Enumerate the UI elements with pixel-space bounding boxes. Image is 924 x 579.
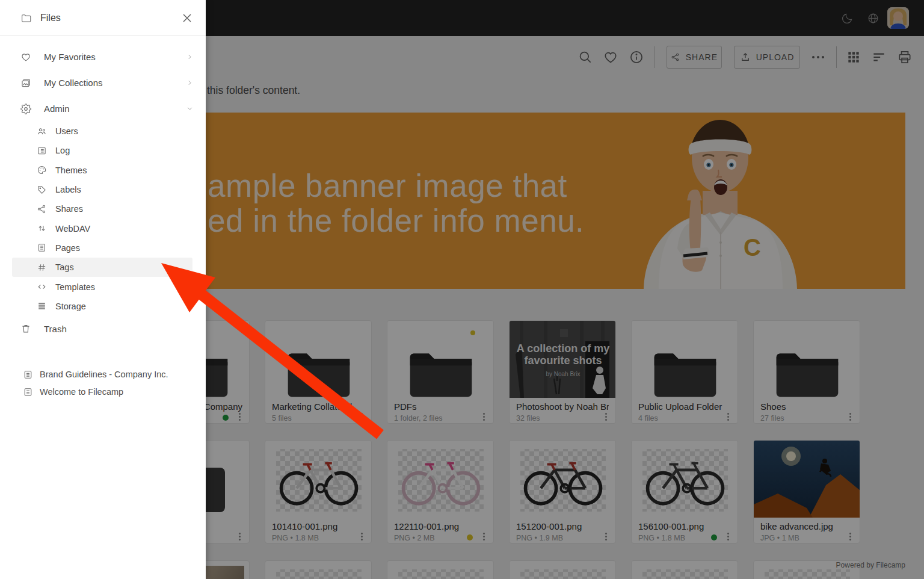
up-down-arrows-icon (37, 223, 47, 234)
folder-icon (20, 13, 31, 23)
sidebar-item-trash[interactable]: Trash (0, 316, 206, 342)
chevron-right-icon (186, 53, 194, 61)
heart-icon (20, 52, 31, 63)
page-icon (37, 243, 47, 253)
sidebar-item-tags[interactable]: Tags (12, 258, 192, 277)
sidebar-item-admin[interactable]: Admin (0, 96, 206, 122)
tag-icon (37, 185, 47, 195)
users-icon (37, 126, 47, 137)
drawer-nav: My Favorites My Collections Admin (0, 36, 206, 401)
sidebar-item-pages[interactable]: Pages (12, 238, 192, 258)
drawer-links: Brand Guidelines - Company Inc. Welcome … (0, 366, 206, 401)
document-icon (23, 387, 33, 397)
chevron-right-icon (186, 79, 194, 87)
code-brackets-icon (37, 282, 47, 292)
link-brand-guidelines[interactable]: Brand Guidelines - Company Inc. (0, 366, 206, 383)
sidebar-item-themes[interactable]: Themes (12, 161, 192, 180)
sidebar-item-storage[interactable]: Storage (12, 297, 192, 316)
hash-icon (37, 262, 47, 273)
files-navigation-drawer: Files My Favorites My Collections (0, 0, 206, 579)
document-icon (23, 370, 33, 380)
sidebar-item-log[interactable]: Log (12, 141, 192, 160)
sidebar-item-my-collections[interactable]: My Collections (0, 70, 206, 96)
drawer-title: Files (40, 13, 180, 23)
sidebar-item-labels[interactable]: Labels (12, 180, 192, 199)
sidebar-item-shares[interactable]: Shares (12, 199, 192, 218)
sidebar-item-users[interactable]: Users (12, 122, 192, 141)
sidebar-item-my-favorites[interactable]: My Favorites (0, 44, 206, 70)
sidebar-item-webdav[interactable]: WebDAV (12, 218, 192, 238)
drawer-header: Files (0, 0, 206, 36)
sidebar-item-templates[interactable]: Templates (12, 277, 192, 296)
gear-icon (20, 104, 31, 114)
collections-icon (20, 78, 31, 88)
share-icon (37, 204, 47, 214)
chevron-down-icon (186, 105, 194, 113)
link-welcome-to-filecamp[interactable]: Welcome to Filecamp (0, 383, 206, 401)
trash-icon (20, 323, 31, 334)
palette-icon (37, 165, 47, 175)
log-icon (37, 146, 47, 156)
close-icon[interactable] (180, 11, 194, 25)
storage-stack-icon (37, 301, 47, 311)
